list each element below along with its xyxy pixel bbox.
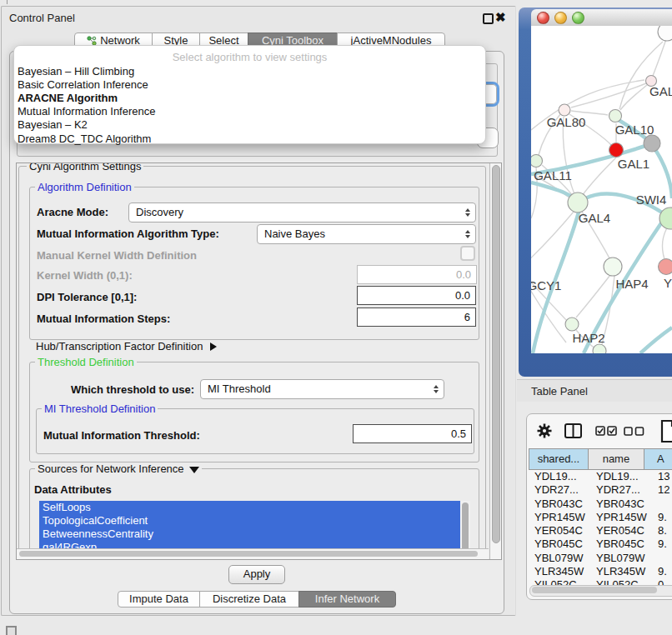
cell: YLR345W [534,565,584,578]
zoom-traffic-light[interactable] [572,12,584,24]
network-node[interactable] [593,344,606,353]
select-all-checkboxes-icon[interactable] [595,426,617,436]
sources-title[interactable]: Sources for Network Inference [35,462,202,475]
kernel-width-label: Kernel Width (0,1): [37,269,133,282]
attribute-list-item[interactable]: SelfLoops [39,501,460,514]
algorithm-dropdown-popup: Select algorithm to view settings Bayesi… [13,45,486,144]
expand-arrow-icon [210,342,217,351]
table-panel: shared...nameA YDL19...YDL19...13YDR27..… [526,413,672,600]
network-node-gal11[interactable] [531,155,543,168]
node-label: SWI4 [636,192,667,207]
float-window-icon[interactable] [483,13,494,24]
network-node-hap4[interactable] [604,258,622,276]
table-row[interactable]: YDL19...YDL19...13 [529,470,672,483]
dropdown-item[interactable]: Basic Correlation Inference [18,78,148,91]
manual-kernel-width-checkbox[interactable] [460,246,475,261]
which-threshold-combo[interactable]: MI Threshold [200,379,444,399]
aracne-mode-combo[interactable]: Discovery [128,202,476,222]
network-window-titlebar [531,9,672,27]
cell: 9. [658,538,667,551]
network-node-gal4[interactable] [568,192,588,212]
column-header-3[interactable]: A [644,448,672,470]
table-row[interactable]: YER054CYER054C8. [529,524,672,538]
hub-factor-definition-label: Hub/Transcription Factor Definition [36,340,203,352]
network-node-y[interactable] [659,259,672,275]
column-header-1[interactable]: shared... [529,448,589,470]
split-columns-icon[interactable] [564,423,582,438]
table-row[interactable]: YBR043CYBR043C [529,498,672,511]
bottom-tabs: Impute DataDiscretize DataInfer Network [118,591,396,608]
cell: YPR145W [534,511,585,524]
bottom-tab-discretize-data[interactable]: Discretize Data [199,591,299,608]
table-row[interactable]: YPR145WYPR145W9. [529,511,672,524]
cell: YBL079W [534,552,584,565]
kernel-width-input[interactable]: 0.0 [357,265,477,284]
cell: YDL19... [596,470,639,483]
network-node[interactable] [658,26,672,41]
cell: 8. [658,524,667,538]
table-rows: YDL19...YDL19...13YDR27...YDR27...12YBR0… [529,470,672,586]
cyni-settings-title: Cyni Algorithm Settings [27,163,143,172]
mi-algorithm-type-combo[interactable]: Naive Bayes [257,224,476,244]
network-edge[interactable] [653,37,667,76]
manual-kernel-width-label: Manual Kernel Width Definition [37,249,197,262]
dpi-tolerance-input[interactable]: 0.0 [357,286,476,305]
node-label: HAP2 [572,331,604,345]
network-node-hap2[interactable] [565,318,579,331]
network-edge[interactable] [531,212,574,267]
network-edge[interactable] [654,148,672,198]
mi-threshold-input[interactable]: 0.5 [353,424,472,443]
list-scrollbar-thumb[interactable] [462,502,469,548]
mi-steps-input[interactable]: 6 [357,308,476,327]
horizontal-scrollbar[interactable] [17,548,489,559]
close-traffic-light[interactable] [537,12,549,24]
sources-group: Sources for Network Inference Data Attri… [29,468,479,548]
attribute-list-item[interactable]: BetweennessCentrality [39,528,460,541]
table-row[interactable]: YDR27...YDR27...12 [529,483,672,497]
cell: YBR043C [534,498,583,511]
bottom-tab-infer-network[interactable]: Infer Network [298,591,396,608]
deselect-all-checkboxes-icon[interactable] [624,427,644,436]
network-node-gal80[interactable] [559,104,570,116]
mi-threshold-label: Mutual Information Threshold: [43,429,200,442]
apply-button[interactable]: Apply [228,565,285,584]
minimize-traffic-light[interactable] [554,12,567,24]
column-header-2[interactable]: name [588,448,644,470]
dropdown-item[interactable]: Bayesian – Hill Climbing [18,65,134,78]
document-icon[interactable] [660,420,672,442]
dropdown-item[interactable]: Bayesian – K2 [18,118,88,131]
close-icon[interactable]: ✖ [495,10,506,25]
vertical-scrollbar[interactable] [489,163,501,559]
list-scrollbar[interactable] [460,501,470,548]
attribute-list-item[interactable]: TopologicalCoefficient [39,514,460,528]
network-edge[interactable] [662,225,669,259]
cell: YER054C [596,524,644,538]
table-row[interactable]: YBR045CYBR045C9. [529,538,672,551]
control-panel-window: Control Panel ✖ NetworkStyleSelectCyni T… [1,6,516,616]
horizontal-scrollbar-thumb[interactable] [19,551,478,557]
network-edge[interactable] [640,328,672,353]
table-row[interactable]: YBL079WYBL079W [529,552,672,565]
hub-factor-definition-toggle[interactable]: Hub/Transcription Factor Definition [36,340,217,352]
dropdown-item[interactable]: Mutual Information Inference [18,105,155,118]
network-canvas[interactable]: GALGAL80GAL10GAL1GAL11GAL4SWI4GCY1HAP4YH… [531,26,672,353]
network-node-gal10[interactable] [609,110,622,122]
network-node[interactable] [644,135,660,152]
docked-panel-icon[interactable] [6,626,17,635]
data-attributes-list[interactable]: SelfLoopsTopologicalCoefficientBetweenne… [39,501,460,548]
network-edge[interactable] [619,42,663,109]
attribute-list-item[interactable]: gal4RGexp [39,541,460,548]
mi-algorithm-type-value: Naive Bayes [258,228,325,240]
threshold-definition-title: Threshold Definition [35,356,137,368]
network-node-gal1[interactable] [609,143,624,158]
bottom-tab-impute-data[interactable]: Impute Data [118,591,200,608]
table-row[interactable]: YLR345WYLR345W9. [529,565,672,578]
table-scrollbar-thumb[interactable] [532,587,657,593]
dropdown-item[interactable]: Dream8 DC_TDC Algorithm [18,132,151,145]
vertical-scrollbar-thumb[interactable] [492,165,500,543]
threshold-definition-group: Threshold Definition Which threshold to … [29,362,479,462]
cell: YDL19... [534,470,577,483]
gear-icon[interactable] [537,423,552,438]
dropdown-item[interactable]: ARACNE Algorithm [18,92,118,104]
table-horizontal-scrollbar[interactable] [529,585,672,597]
